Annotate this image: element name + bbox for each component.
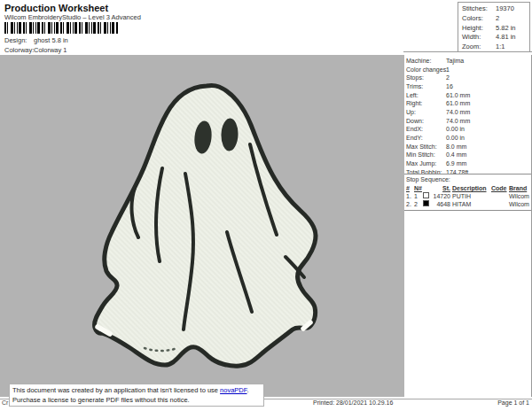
machine-setting-row: Max Jump: 6.9 mm xyxy=(404,159,531,168)
stats-label: Zoom: xyxy=(462,43,481,50)
machine-setting-label: Right: xyxy=(406,100,422,106)
machine-setting-label: EndY: xyxy=(406,135,423,141)
seq-description: PUTIH xyxy=(452,192,491,200)
machine-setting-row: Machine: Tajima xyxy=(404,57,531,66)
ghost-design xyxy=(0,55,404,397)
machine-setting-label: Down: xyxy=(406,118,424,124)
machine-setting-label: Max Stitch: xyxy=(406,143,437,150)
colorway-label: Colorway: xyxy=(4,46,34,54)
seq-num: 2. xyxy=(406,200,414,208)
machine-setting-label: Min Stitch: xyxy=(406,151,435,158)
machine-setting-value: 8.0 mm xyxy=(446,143,466,151)
machine-setting-value: Tajima xyxy=(446,57,464,66)
machine-setting-row: EndY: 0.00 in xyxy=(404,134,531,143)
machine-setting-label: Trims: xyxy=(406,83,423,89)
machine-setting-label: Stops: xyxy=(406,74,424,81)
machine-setting-row: Right: 61.0 mm xyxy=(404,99,531,108)
design-value: ghost 5.8 in xyxy=(34,36,68,44)
novapdf-notice-box: This document was created by an applicat… xyxy=(9,384,264,407)
machine-setting-label: Max Jump: xyxy=(406,160,436,167)
machine-setting-label: Color changes: xyxy=(406,66,448,73)
barcode xyxy=(4,22,118,34)
stats-value: 4.81 in xyxy=(496,33,516,43)
stats-label: Stitches: xyxy=(462,4,488,12)
col-header-num: # xyxy=(406,184,414,192)
machine-setting-value: 16 xyxy=(446,82,453,91)
design-canvas xyxy=(0,55,404,397)
col-header-brand: Brand xyxy=(509,184,532,192)
stop-sequence-row: 1. 1 14720 PUTIH Wilcom xyxy=(404,192,531,200)
machine-setting-value: 2 xyxy=(446,74,450,82)
thread-color-swatch xyxy=(423,200,429,206)
stats-label: Colors: xyxy=(462,14,483,22)
stats-label: Width: xyxy=(462,33,481,41)
machine-setting-label: Machine: xyxy=(406,58,431,64)
machine-setting-row: Stops: 2 xyxy=(404,74,531,82)
machine-setting-row: EndX: 0.00 in xyxy=(404,125,531,134)
novapdf-link[interactable]: novaPDF xyxy=(220,386,246,394)
page-title: Production Worksheet xyxy=(4,3,108,13)
stop-sequence-header-row: # N# St. Description Code Brand xyxy=(404,184,531,192)
machine-setting-value: 61.0 mm xyxy=(446,91,470,100)
stats-value: 2 xyxy=(496,14,499,24)
machine-setting-row: Left: 61.0 mm xyxy=(404,91,531,100)
stats-value: 5.82 in xyxy=(496,24,516,34)
stats-row: Stitches: 19370 xyxy=(458,4,529,14)
stats-value: 19370 xyxy=(496,4,514,14)
panel-divider-line xyxy=(403,51,532,52)
app-subtitle: Wilcom EmbroideryStudio – Level 3 Advanc… xyxy=(4,13,141,21)
col-header-code: Code xyxy=(491,184,509,192)
machine-setting-row: Trims: 16 xyxy=(404,82,531,91)
machine-setting-value: 1 xyxy=(446,66,450,74)
machine-setting-value: 61.0 mm xyxy=(446,99,470,108)
colorway-value: Colorway 1 xyxy=(34,46,67,54)
machine-setting-value: 0.00 in xyxy=(446,134,465,143)
seq-brand: Wilcom xyxy=(509,192,532,200)
machine-info-panel: Machine: Tajima Color changes: 1 Stops: … xyxy=(404,55,532,397)
stats-row: Colors: 2 xyxy=(458,14,529,24)
stop-sequence-title: Stop Sequence: xyxy=(404,175,531,184)
footer-page-number: Page 1 of 1 xyxy=(497,399,529,406)
notice-line2: Purchase a license to generate PDF files… xyxy=(12,396,190,404)
design-row: Design:ghost 5.8 in xyxy=(4,36,68,44)
seq-brand: Wilcom xyxy=(509,200,532,208)
col-header-n: N# xyxy=(414,184,423,192)
machine-setting-value: 74.0 mm xyxy=(446,117,470,126)
machine-setting-label: EndX: xyxy=(406,126,423,132)
notice-text-after-link: . xyxy=(247,386,249,394)
machine-setting-row: Color changes: 1 xyxy=(404,66,531,74)
machine-setting-value: 0.00 in xyxy=(446,125,465,134)
stop-sequence-row: 2. 2 4648 HITAM Wilcom xyxy=(404,200,531,208)
machine-settings-list: Machine: Tajima Color changes: 1 Stops: … xyxy=(404,57,531,176)
col-header-st: St. xyxy=(432,184,452,192)
notice-text-before-link: This document was created by an applicat… xyxy=(12,386,220,394)
machine-setting-value: 6.9 mm xyxy=(446,159,466,168)
col-header-description: Description xyxy=(452,184,491,192)
machine-setting-row: Up: 74.0 mm xyxy=(404,108,531,117)
stats-row: Width: 4.81 in xyxy=(458,33,529,43)
seq-num: 1. xyxy=(406,192,414,200)
machine-setting-row: Down: 74.0 mm xyxy=(404,117,531,126)
machine-setting-row: Max Stitch: 8.0 mm xyxy=(404,143,531,151)
stats-label: Height: xyxy=(462,24,483,32)
machine-setting-value: 0.4 mm xyxy=(446,151,466,159)
design-stats-box: Stitches: 19370 Colors: 2 Height: 5.82 i… xyxy=(458,2,530,51)
machine-setting-label: Up: xyxy=(406,109,416,115)
seq-description: HITAM xyxy=(452,200,491,208)
machine-setting-row: Min Stitch: 0.4 mm xyxy=(404,151,531,159)
seq-needle: 2 xyxy=(414,200,423,208)
stop-sequence-rows: 1. 1 14720 PUTIH Wilcom 2. 2 4648 HITAM … xyxy=(404,192,531,208)
footer-printed-timestamp: Printed: 28/01/2021 10.29.16 xyxy=(313,399,393,406)
stats-row: Height: 5.82 in xyxy=(458,24,529,34)
seq-stitches: 4648 xyxy=(432,200,452,208)
seq-stitches: 14720 xyxy=(432,192,452,200)
seq-needle: 1 xyxy=(414,192,423,200)
machine-setting-label: Left: xyxy=(406,92,419,98)
thread-color-swatch xyxy=(423,192,429,198)
stop-sequence-section: Stop Sequence: # N# St. Description Code… xyxy=(404,174,531,211)
machine-setting-value: 74.0 mm xyxy=(446,108,470,117)
colorway-row: Colorway:Colorway 1 xyxy=(4,46,67,54)
design-label: Design: xyxy=(4,36,34,44)
footer-partial-text: Cr xyxy=(2,399,8,406)
